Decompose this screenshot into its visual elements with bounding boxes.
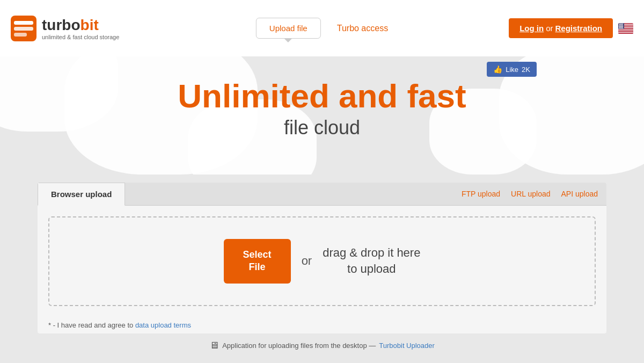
- svg-point-39: [621, 26, 622, 27]
- header-right: Log in or Registration: [509, 18, 633, 38]
- svg-rect-16: [618, 33, 633, 34]
- svg-rect-12: [618, 30, 633, 31]
- svg-point-18: [619, 23, 619, 24]
- hero-section: 👍 Like 2K Unlimited and fast file cloud: [0, 56, 644, 175]
- drop-zone[interactable]: Select File or drag & drop it here to up…: [48, 216, 596, 306]
- svg-rect-14: [618, 31, 633, 32]
- terms-text: * - I have read and agree to: [48, 321, 135, 329]
- facebook-like-button[interactable]: 👍 Like 2K: [487, 62, 537, 77]
- terms-row: * - I have read and agree to data upload…: [38, 317, 606, 333]
- url-upload-link[interactable]: URL upload: [511, 190, 550, 198]
- svg-point-48: [621, 27, 622, 28]
- svg-point-30: [621, 25, 622, 25]
- tab-links: FTP upload URL upload API upload: [462, 190, 606, 198]
- header: turbobit unlimited & fast cloud storage …: [0, 0, 644, 56]
- terms-link[interactable]: data upload terms: [135, 321, 191, 329]
- svg-point-19: [620, 23, 620, 24]
- logo-area: turbobit unlimited & fast cloud storage: [11, 16, 119, 41]
- hero-title: Unlimited and fast: [0, 78, 644, 114]
- logo-turbo: turbo: [42, 17, 80, 33]
- logo-tagline: unlimited & fast cloud storage: [42, 34, 119, 40]
- app-row: 🖥 Application for uploading files from t…: [38, 333, 606, 354]
- svg-point-34: [621, 25, 621, 26]
- app-text: Application for uploading files from the…: [222, 342, 376, 350]
- drag-drop-text: drag & drop it here to upload: [323, 245, 420, 278]
- or-divider-text: or: [302, 254, 312, 268]
- turbo-access-link[interactable]: Turbo access: [337, 24, 388, 33]
- svg-rect-13: [618, 30, 633, 31]
- svg-point-33: [620, 25, 621, 26]
- svg-point-23: [619, 24, 620, 25]
- svg-point-26: [622, 24, 623, 25]
- svg-point-29: [620, 25, 621, 25]
- select-file-button[interactable]: Select File: [224, 239, 291, 284]
- api-upload-link[interactable]: API upload: [561, 190, 598, 198]
- upload-area: Select File or drag & drop it here to up…: [38, 206, 606, 317]
- drag-drop-line1: drag & drop it here: [323, 246, 420, 259]
- svg-point-41: [619, 27, 620, 27]
- svg-point-37: [620, 26, 620, 27]
- svg-point-35: [622, 25, 623, 26]
- svg-point-32: [619, 25, 620, 26]
- main-content: Browser upload FTP upload URL upload API…: [27, 175, 617, 363]
- upload-file-button[interactable]: Upload file: [256, 18, 321, 39]
- login-area: Log in or Registration: [509, 18, 613, 38]
- facebook-thumb-icon: 👍: [493, 65, 502, 74]
- svg-point-27: [619, 25, 619, 25]
- svg-rect-2: [14, 27, 33, 31]
- svg-point-47: [620, 27, 621, 28]
- monitor-icon: 🖥: [209, 340, 219, 351]
- logo-text: turbobit unlimited & fast cloud storage: [42, 17, 119, 40]
- svg-rect-11: [618, 28, 633, 30]
- svg-point-44: [622, 27, 623, 27]
- upload-panel: Browser upload FTP upload URL upload API…: [38, 183, 606, 333]
- select-file-label-line1: Select: [243, 249, 272, 260]
- svg-point-28: [620, 25, 620, 25]
- hero-subtitle: file cloud: [0, 117, 644, 139]
- ftp-upload-link[interactable]: FTP upload: [462, 190, 500, 198]
- logo-icon: [11, 16, 36, 41]
- facebook-like-label: Like: [506, 66, 518, 74]
- svg-point-24: [620, 24, 621, 25]
- language-flag-icon[interactable]: [618, 23, 633, 34]
- svg-rect-15: [618, 32, 633, 33]
- tabs-bar: Browser upload FTP upload URL upload API…: [38, 183, 606, 206]
- nav-links: Upload file Turbo access: [256, 18, 388, 39]
- svg-point-21: [621, 23, 622, 24]
- select-file-label-line2: File: [249, 262, 266, 272]
- svg-point-43: [621, 27, 621, 27]
- svg-point-22: [623, 23, 623, 24]
- svg-rect-1: [14, 21, 33, 25]
- login-or-text: or: [546, 24, 553, 33]
- svg-point-25: [621, 24, 621, 25]
- svg-rect-3: [14, 33, 27, 37]
- hero-content: Unlimited and fast file cloud: [0, 67, 644, 144]
- tab-browser-upload[interactable]: Browser upload: [38, 183, 125, 206]
- logo-brand: turbobit: [42, 17, 119, 34]
- facebook-like-count: 2K: [522, 66, 530, 74]
- svg-point-42: [620, 27, 621, 27]
- login-link[interactable]: Log in: [519, 24, 544, 33]
- svg-point-45: [619, 27, 619, 28]
- drag-drop-line2: to upload: [347, 262, 396, 275]
- svg-point-40: [623, 26, 623, 27]
- registration-link[interactable]: Registration: [555, 24, 602, 33]
- logo-bit: bit: [80, 17, 99, 33]
- svg-point-49: [623, 27, 623, 28]
- svg-point-31: [623, 25, 623, 25]
- svg-point-38: [620, 26, 621, 27]
- turbobit-uploader-link[interactable]: Turbobit Uploader: [379, 342, 435, 350]
- svg-point-36: [619, 26, 619, 27]
- svg-point-20: [620, 23, 621, 24]
- svg-point-46: [620, 27, 620, 28]
